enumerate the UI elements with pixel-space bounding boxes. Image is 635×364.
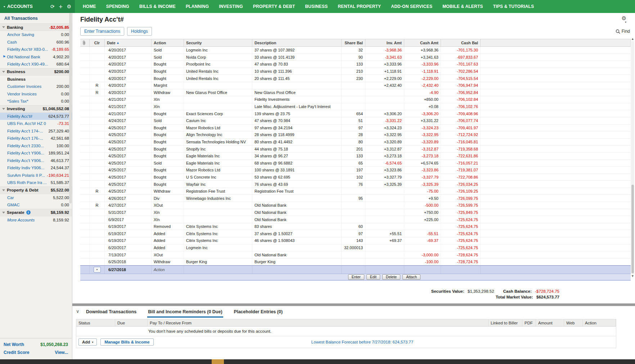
register-gear-icon[interactable]: ⚙ <box>622 16 626 21</box>
attachment-column-header[interactable] <box>80 39 90 46</box>
nav-item-rental-property[interactable]: RENTAL PROPERTY <box>333 4 386 9</box>
nav-item-bills-income[interactable]: BILLS & INCOME <box>134 4 181 9</box>
sidebar-account-ubs-fin-acc-t-hz-0[interactable]: UBS Fin. Acc't# HZ 0-73.31 <box>0 120 72 127</box>
transaction-row[interactable]: 4/25/2017BoughtU S Concrete Inc53 shares… <box>80 174 631 181</box>
transaction-row[interactable]: 4/20/2017BoughtUnited Rentals Inc20 shar… <box>80 75 631 82</box>
sidebar-account-car[interactable]: Car5,522.00 <box>0 194 72 202</box>
sidebar-account-sunam-polaris-ii-p[interactable]: SunAm Polaris II P...-190,634.21 <box>0 172 72 179</box>
transaction-row[interactable]: 4/25/2017SoldEagle Materials Inc68 share… <box>80 160 631 167</box>
transaction-row[interactable]: 4/24/2017SoldCavium Inc47 shares @ 70.98… <box>80 117 631 125</box>
sidebar-scroll-thumb[interactable] <box>69 13 72 203</box>
lowest-balance-forecast-link[interactable]: Lowest Balance Forecast before 7/27/2018… <box>311 340 413 344</box>
sidebar-account-fidelity-acc-t-x83-0[interactable]: Fidelity Acc't# X83-0...-8,189.65 <box>0 46 72 53</box>
nav-item-property-debt[interactable]: PROPERTY & DEBT <box>248 4 300 9</box>
nav-item-home[interactable]: HOME <box>78 4 101 9</box>
transaction-row[interactable]: 4/25/2017BoughtMazor Robotics Ltd100 sha… <box>80 167 631 174</box>
add-reminder-button[interactable]: Add ▾ <box>78 338 97 346</box>
column-header-description[interactable]: Description <box>252 39 342 46</box>
entry-sharebal-field[interactable] <box>342 266 365 274</box>
scrollbar-thumb[interactable] <box>631 185 634 273</box>
sidebar-section-property-debt[interactable]: Property & Debt$5,522.00 <box>0 187 72 194</box>
sidebar-all-transactions[interactable]: All Transactions <box>0 13 72 23</box>
scroll-up-icon[interactable]: ▲ <box>632 37 634 41</box>
transaction-row[interactable]: 4/25/2017BoughtSensata Technologies Hold… <box>80 139 631 146</box>
sidebar-account-fidelity-acc-t-174[interactable]: Fidelity Acc't 174-...257,329.40 <box>0 127 72 135</box>
reminder-column-pay-to-receive-from[interactable]: Pay To / Receive From <box>148 319 488 326</box>
sidebar-section-banking[interactable]: Banking-$2,005.85 <box>0 23 72 31</box>
transaction-row[interactable]: 6/25/2018WithdrawBurger KingBurger King-… <box>80 259 631 266</box>
taskbar-app-accent[interactable] <box>212 359 224 364</box>
transaction-row[interactable]: 4/25/2017BoughtEagle Materials Inc34 sha… <box>80 153 631 160</box>
holdings-button[interactable]: Holdings <box>127 27 152 36</box>
edit-button[interactable]: Edit <box>366 274 380 280</box>
transaction-row[interactable]: 4/21/2017BoughtExact Sciences Corp139 sh… <box>80 110 631 117</box>
transaction-row[interactable]: 4/20/2017SoldNvida Corp33 shares @ 101.4… <box>80 54 631 61</box>
column-header-cash-bal[interactable]: Cash Bal <box>441 39 481 46</box>
transaction-row[interactable]: 7/13/2017XOutOld National Bank-3,000.00-… <box>80 251 631 259</box>
reminder-column-pdf[interactable]: PDF <box>522 319 536 326</box>
nav-item-business[interactable]: BUSINESS <box>300 4 333 9</box>
nav-item-tips-tutorials[interactable]: TIPS & TUTORIALS <box>488 4 539 9</box>
sidebar-account-more-accounts[interactable]: More Accounts8,159.92 <box>0 216 72 224</box>
reminder-column-web[interactable]: Web <box>564 319 583 326</box>
enter-button[interactable]: Enter <box>348 274 364 280</box>
entry-security-field[interactable] <box>184 266 252 274</box>
transaction-row[interactable]: 4/21/2017XInFidelity Investments+850.00-… <box>80 96 631 103</box>
sidebar-account-cash[interactable]: Cash600.96 <box>0 39 72 46</box>
refresh-icon[interactable]: ⟳ <box>50 4 55 9</box>
sidebar-account-fidelity-acc-t-y906[interactable]: Fidelity Acc't Y906...46,613.77 <box>0 157 72 165</box>
sidebar-account-fidelity-acc-t-2330[interactable]: Fidelity Acc't 2330...100.00 <box>0 142 72 150</box>
transaction-row[interactable]: 4/20/2017BoughtUnited Rentals Inc10 shar… <box>80 68 631 75</box>
scroll-down-icon[interactable]: ▼ <box>632 274 634 278</box>
column-header-share-bal[interactable]: Share Bal <box>342 39 365 46</box>
sidebar-account-business[interactable]: Business <box>0 76 72 83</box>
sidebar-account-gmac[interactable]: GMAC0.00 <box>0 201 72 209</box>
sidebar-account-fidelity-indiv-y906[interactable]: Fidelity Indiv Y906...24,544.37 <box>0 164 72 172</box>
entry-cashamt-field[interactable] <box>404 266 441 274</box>
tab-download-transactions[interactable]: Download Transactions <box>85 306 137 318</box>
transaction-row[interactable]: 4/25/2017BoughtAlign Technology Inc28 sh… <box>80 131 631 139</box>
entry-dropdown-button[interactable]: ▾ <box>94 267 101 273</box>
credit-score-label[interactable]: Credit Score <box>4 350 29 355</box>
transaction-row[interactable]: R4/27/2017XOutOld National Bank-500.00-7… <box>80 202 631 209</box>
column-header-inv-amt[interactable]: Inv. Amt <box>365 39 404 46</box>
sidebar-account-vendor-invoices[interactable]: Vendor Invoices0.00 <box>0 90 72 98</box>
delete-button[interactable]: Delete <box>382 274 400 280</box>
sidebar-section-investing[interactable]: Investing$1,046,552.08 <box>0 105 72 113</box>
nav-item-spending[interactable]: SPENDING <box>101 4 134 9</box>
sidebar-account-fidelity-acc-t-y906[interactable]: Fidelity Acc't Y906...189,951.24 <box>0 149 72 157</box>
accounts-header[interactable]: ▾ ACCOUNTS ⟳ + ⚙ <box>0 0 75 13</box>
new-transaction-row[interactable]: ▾ 6/27/2018 Action <box>80 265 631 274</box>
transaction-row[interactable]: 6/19/2017AddedCitrix Systems Inc46 share… <box>80 237 631 244</box>
transaction-row[interactable]: 4/25/2017BoughtMazor Robotics Ltd97 shar… <box>80 125 631 132</box>
sidebar-account-customer-invoices[interactable]: Customer Invoices200.00 <box>0 83 72 90</box>
add-account-icon[interactable]: + <box>59 4 63 9</box>
sidebar-account-fidelity-acc-t[interactable]: Fidelity Acc't#624,573.77 <box>0 113 72 120</box>
nav-item-mobile-alerts[interactable]: MOBILE & ALERTS <box>437 4 488 9</box>
transaction-row[interactable]: 6/20/2017AddedLogmein Inc32.000013-725,6… <box>80 244 631 252</box>
transaction-row[interactable]: 6/19/2017RemovedCitrix Systems Inc83 sha… <box>80 223 631 230</box>
transaction-row[interactable]: 5/31/2017XInOld National Bank+750.00-725… <box>80 209 631 216</box>
entry-action-field[interactable]: Action <box>152 266 184 274</box>
transaction-row[interactable]: 4/20/2017BoughtProofpoint Inc47 shares @… <box>80 61 631 68</box>
transaction-row[interactable]: R4/20/2017MargInt+2,432.40-2,432.40-706,… <box>80 82 631 89</box>
reminder-column-amount[interactable]: Amount <box>536 319 564 326</box>
sidebar-section-separate[interactable]: Separatei$8,159.92 <box>0 209 72 216</box>
transaction-row[interactable]: R4/25/2017WithdrawRegistration Fee Trust… <box>80 188 631 195</box>
sidebar-account-ubs-roth-pace-ira[interactable]: UBS Roth Pace Ira ...51,585.37 <box>0 179 72 187</box>
enter-transactions-button[interactable]: Enter Transactions <box>80 27 124 36</box>
entry-cashbal-field[interactable] <box>441 266 481 274</box>
reminder-column-linked-to-biller[interactable]: Linked to Biller <box>488 319 522 326</box>
nav-item-planning[interactable]: PLANNING <box>181 4 214 9</box>
transaction-row[interactable]: 4/26/2017DivWinnebago Industries Inc95+9… <box>80 195 631 202</box>
transaction-row[interactable]: 4/25/2017BoughtWayfair Inc76 shares @ 43… <box>80 181 631 188</box>
register-scrollbar[interactable]: ▲ ▼ <box>631 37 635 278</box>
sidebar-section-business[interactable]: Business$200.00 <box>0 68 72 76</box>
sidebar-account-fidelity-acc-t-x90-49[interactable]: Fidelity Acc't X90-49...680.64 <box>0 60 72 68</box>
find-control[interactable]: Find <box>616 29 630 34</box>
entry-description-field[interactable] <box>252 266 342 274</box>
sidebar-account-old-national-bank[interactable]: ⚑Old National Bank4,902.20 <box>0 53 72 61</box>
collapse-panel-icon[interactable]: ∨ <box>76 309 80 314</box>
transaction-row[interactable]: R4/20/2017WithdrawNew Glarus Post Office… <box>80 89 631 96</box>
transaction-row[interactable]: 4/21/2017XInLate Misc. Adjkustment - Lat… <box>80 103 631 111</box>
